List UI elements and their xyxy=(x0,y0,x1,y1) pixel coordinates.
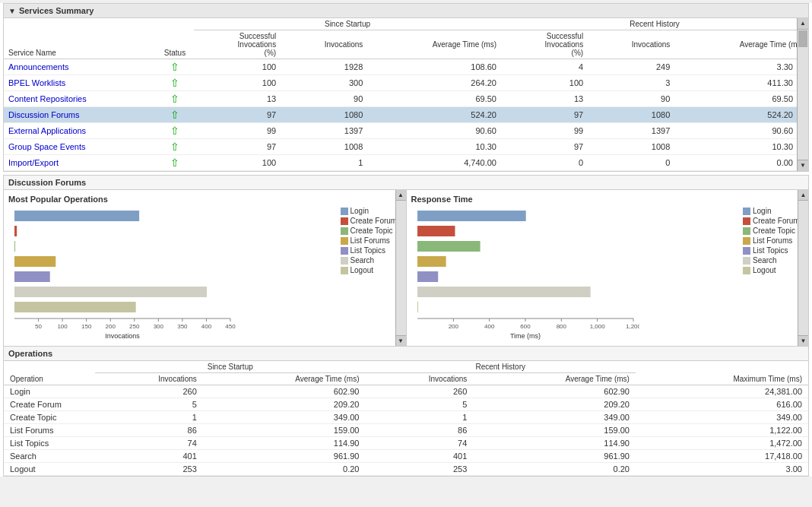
collapse-icon[interactable]: ▼ xyxy=(8,7,16,15)
chart1-scroll-track xyxy=(396,201,406,335)
legend-item: Create Topic xyxy=(743,227,804,235)
response-time-legend: LoginCreate ForumCreate TopicList Forums… xyxy=(743,207,804,341)
service-status: ⇧ xyxy=(156,75,194,91)
tick-label: 400 xyxy=(201,323,212,330)
op-ss-avg: 961.90 xyxy=(203,450,366,463)
chart1-scrollbar[interactable]: ▲ ▼ xyxy=(395,190,406,346)
legend-label: List Forums xyxy=(350,236,390,245)
chart2-scrollbar[interactable]: ▲ ▼ xyxy=(798,190,808,346)
tick-label: 400 xyxy=(484,323,494,330)
most-popular-svg: 50100150200250300350400450Invocations xyxy=(8,207,236,340)
response-time-content: 2004006008001,0001,200Time (ms) LoginCre… xyxy=(411,207,804,341)
rh-avg: 0.00 xyxy=(674,155,808,171)
ss-avg: 90.60 xyxy=(367,123,501,139)
service-status: ⇧ xyxy=(156,139,194,155)
service-row[interactable]: Import/Export ⇧ 100 1 4,740.00 0 0 0.00 xyxy=(4,155,808,171)
op-name: Create Topic xyxy=(4,411,95,424)
chart1-scroll-up[interactable]: ▲ xyxy=(396,190,406,201)
ops-row: List Topics 74 114.90 74 114.90 1,472.00 xyxy=(4,437,808,450)
up-arrow-icon: ⇧ xyxy=(170,93,179,105)
service-link[interactable]: Discussion Forums xyxy=(8,110,80,119)
op-ss-avg: 0.20 xyxy=(203,463,366,476)
legend-color xyxy=(743,247,750,255)
scroll-down-button[interactable]: ▼ xyxy=(798,160,808,171)
tick-label: 450 xyxy=(225,323,236,330)
service-row[interactable]: External Applications ⇧ 99 1397 90.60 99… xyxy=(4,123,808,139)
scroll-thumb[interactable] xyxy=(798,30,807,47)
rh-pct: 13 xyxy=(501,91,588,107)
tick-label: 50 xyxy=(35,323,42,330)
col-op-rh-avg: Average Time (ms) xyxy=(473,373,636,385)
most-popular-chart: Most Popular Operations 5010015020025030… xyxy=(4,190,407,346)
op-max-time: 1,472.00 xyxy=(636,437,808,450)
service-link[interactable]: BPEL Worklists xyxy=(8,78,65,87)
services-table: Service Name Status Since Startup Recent… xyxy=(4,18,808,171)
legend-item: Create Topic xyxy=(341,227,401,235)
discussion-forums-title: Discussion Forums xyxy=(8,178,86,187)
legend-label: List Topics xyxy=(350,246,386,255)
op-ss-inv: 86 xyxy=(95,424,203,437)
col-max-time: Maximum Time (ms) xyxy=(636,361,808,385)
legend-label: List Topics xyxy=(753,246,788,255)
op-rh-inv: 260 xyxy=(365,385,473,398)
op-ss-inv: 260 xyxy=(95,385,203,398)
op-rh-avg: 114.90 xyxy=(473,437,636,450)
legend-label: Login xyxy=(350,207,369,215)
scroll-up-button[interactable]: ▲ xyxy=(798,18,808,30)
ss-avg: 524.20 xyxy=(367,107,501,123)
ops-row: Login 260 602.90 260 602.90 24,381.00 xyxy=(4,385,808,398)
service-link[interactable]: Group Space Events xyxy=(8,142,86,151)
service-row[interactable]: Content Repositories ⇧ 13 90 69.50 13 90… xyxy=(4,91,808,107)
service-row[interactable]: Announcements ⇧ 100 1928 108.60 4 249 3.… xyxy=(4,59,808,75)
op-rh-avg: 159.00 xyxy=(473,424,636,437)
legend-label: Search xyxy=(753,256,777,265)
services-summary-panel: ▼ Services Summary Service Name Status S… xyxy=(3,3,809,172)
bar-4 xyxy=(417,271,438,282)
bar-1 xyxy=(14,226,17,236)
bar-3 xyxy=(417,256,446,267)
legend-color xyxy=(341,217,348,225)
op-ss-avg: 114.90 xyxy=(203,437,366,450)
ops-row: Create Forum 5 209.20 5 209.20 616.00 xyxy=(4,398,808,411)
op-max-time: 17,418.00 xyxy=(636,450,808,463)
chart2-scroll-track xyxy=(798,201,808,335)
col-service-name: Service Name xyxy=(4,18,156,59)
tick-label: 200 xyxy=(106,323,116,330)
rh-inv: 1397 xyxy=(588,123,674,139)
op-ss-avg: 209.20 xyxy=(203,398,366,411)
op-name: Login xyxy=(4,385,95,398)
bar-0 xyxy=(417,211,526,221)
ss-pct: 97 xyxy=(194,107,281,123)
service-row[interactable]: BPEL Worklists ⇧ 100 300 264.20 100 3 41… xyxy=(4,75,808,91)
op-ss-avg: 602.90 xyxy=(203,385,366,398)
col-ss-inv: Invocations xyxy=(281,30,367,59)
bar-2 xyxy=(417,241,481,252)
service-row[interactable]: Discussion Forums ⇧ 97 1080 524.20 97 10… xyxy=(4,107,808,123)
col-since-startup-group: Since Startup xyxy=(194,18,501,30)
op-rh-avg: 349.00 xyxy=(473,411,636,424)
chart1-scroll-down[interactable]: ▼ xyxy=(396,335,406,346)
op-rh-avg: 602.90 xyxy=(473,385,636,398)
service-link[interactable]: Announcements xyxy=(8,62,69,71)
op-rh-inv: 253 xyxy=(365,463,473,476)
services-scrollbar[interactable]: ▲ ▼ xyxy=(797,18,808,171)
service-row[interactable]: Group Space Events ⇧ 97 1008 10.30 97 10… xyxy=(4,139,808,155)
op-rh-avg: 209.20 xyxy=(473,398,636,411)
chart2-scroll-up[interactable]: ▲ xyxy=(798,190,808,201)
op-name: Logout xyxy=(4,463,95,476)
service-link[interactable]: Import/Export xyxy=(8,158,59,167)
x-axis-label: Time (ms) xyxy=(509,332,540,340)
col-op: Operation xyxy=(4,361,95,385)
up-arrow-icon: ⇧ xyxy=(170,61,179,73)
service-link[interactable]: External Applications xyxy=(8,126,86,135)
service-status: ⇧ xyxy=(156,107,194,123)
chart2-scroll-down[interactable]: ▼ xyxy=(798,335,808,346)
tick-label: 100 xyxy=(57,323,68,330)
response-time-bars: 2004006008001,0001,200Time (ms) xyxy=(411,207,737,341)
service-link[interactable]: Content Repositories xyxy=(8,94,87,103)
charts-row: Most Popular Operations 5010015020025030… xyxy=(4,190,808,347)
bar-4 xyxy=(14,271,50,282)
op-ss-inv: 5 xyxy=(95,398,203,411)
bar-3 xyxy=(14,256,56,267)
legend-color xyxy=(341,257,348,265)
